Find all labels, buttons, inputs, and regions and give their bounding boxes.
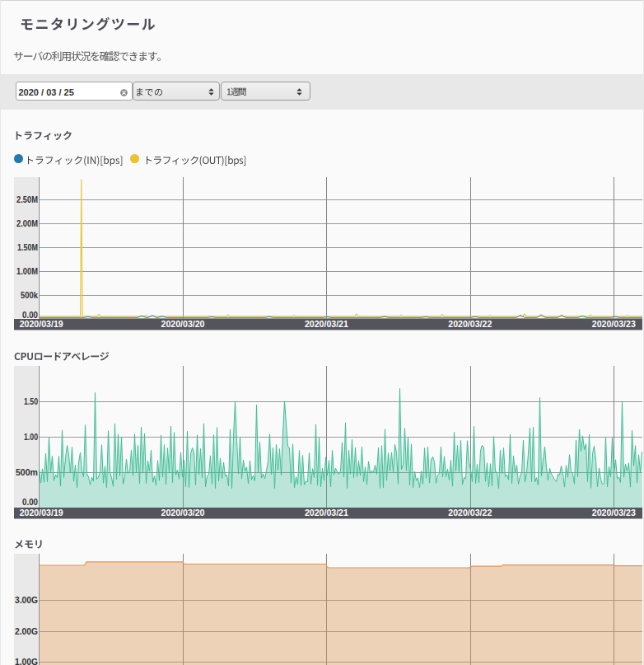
svg-text:2020/03/21: 2020/03/21 [305,319,348,329]
svg-text:0.00: 0.00 [22,498,38,507]
svg-text:1.50: 1.50 [24,397,38,406]
svg-text:2020/03/21: 2020/03/21 [305,508,348,517]
svg-text:1.50M: 1.50M [17,243,38,252]
svg-text:2020/03/19: 2020/03/19 [20,319,63,329]
svg-text:2020/03/23: 2020/03/23 [592,508,636,517]
svg-text:1.00G: 1.00G [15,658,38,665]
svg-text:1.00: 1.00 [24,433,38,442]
svg-text:2020/03/23: 2020/03/23 [592,319,636,329]
svg-text:2.00G: 2.00G [15,627,38,636]
svg-text:0.00: 0.00 [22,311,38,320]
svg-text:500m: 500m [16,468,38,477]
svg-text:2.50M: 2.50M [16,195,38,204]
svg-text:2.00M: 2.00M [16,219,38,228]
svg-text:2020/03/19: 2020/03/19 [20,508,63,517]
svg-text:3.00G: 3.00G [15,596,38,605]
svg-text:2020/03/20: 2020/03/20 [161,319,205,329]
svg-text:2020/03/22: 2020/03/22 [448,508,492,517]
svg-text:2020/03/20: 2020/03/20 [161,508,205,517]
svg-text:500k: 500k [21,291,38,300]
svg-text:1.00M: 1.00M [16,267,38,276]
svg-text:2020/03/22: 2020/03/22 [448,319,492,329]
